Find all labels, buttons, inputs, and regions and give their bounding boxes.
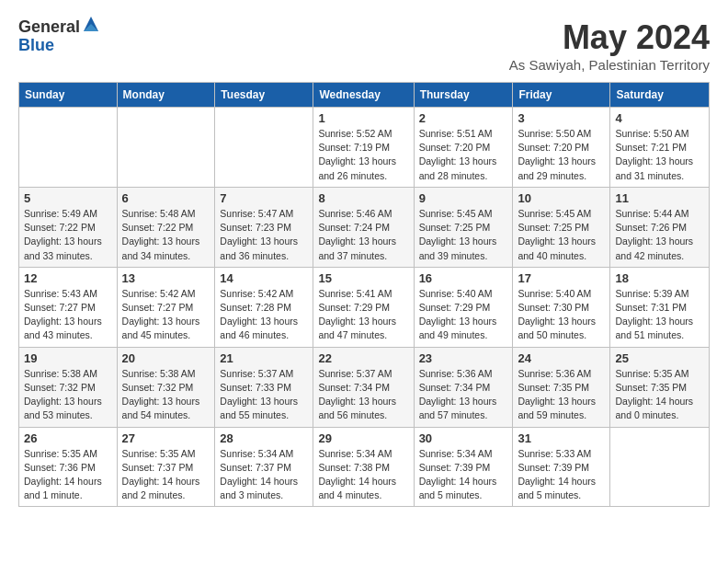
weekday-tuesday: Tuesday xyxy=(215,83,313,108)
day-cell: 16Sunrise: 5:40 AMSunset: 7:29 PMDayligh… xyxy=(414,267,513,347)
day-number: 21 xyxy=(220,351,308,365)
day-number: 24 xyxy=(518,351,605,365)
day-number: 18 xyxy=(615,271,704,285)
day-number: 29 xyxy=(318,431,408,445)
day-info: Sunrise: 5:35 AMSunset: 7:35 PMDaylight:… xyxy=(615,367,704,423)
day-cell: 12Sunrise: 5:43 AMSunset: 7:27 PMDayligh… xyxy=(19,267,118,347)
day-info: Sunrise: 5:45 AMSunset: 7:25 PMDaylight:… xyxy=(518,207,605,263)
day-info: Sunrise: 5:43 AMSunset: 7:27 PMDaylight:… xyxy=(24,287,112,343)
day-number: 30 xyxy=(419,431,508,445)
day-number: 12 xyxy=(24,271,112,285)
day-cell: 28Sunrise: 5:34 AMSunset: 7:37 PMDayligh… xyxy=(215,427,313,507)
day-info: Sunrise: 5:45 AMSunset: 7:25 PMDaylight:… xyxy=(419,207,508,263)
day-number: 26 xyxy=(24,431,112,445)
day-info: Sunrise: 5:37 AMSunset: 7:34 PMDaylight:… xyxy=(318,367,408,423)
day-number: 1 xyxy=(318,111,408,125)
day-info: Sunrise: 5:35 AMSunset: 7:36 PMDaylight:… xyxy=(24,447,112,503)
day-info: Sunrise: 5:35 AMSunset: 7:37 PMDaylight:… xyxy=(122,447,210,503)
weekday-sunday: Sunday xyxy=(19,83,118,108)
day-cell: 2Sunrise: 5:51 AMSunset: 7:20 PMDaylight… xyxy=(414,108,513,188)
day-cell: 8Sunrise: 5:46 AMSunset: 7:24 PMDaylight… xyxy=(313,187,414,267)
day-number: 22 xyxy=(318,351,408,365)
day-info: Sunrise: 5:52 AMSunset: 7:19 PMDaylight:… xyxy=(318,127,408,183)
week-row-4: 19Sunrise: 5:38 AMSunset: 7:32 PMDayligh… xyxy=(19,347,710,427)
day-cell: 26Sunrise: 5:35 AMSunset: 7:36 PMDayligh… xyxy=(19,427,118,507)
day-info: Sunrise: 5:44 AMSunset: 7:26 PMDaylight:… xyxy=(615,207,704,263)
day-cell: 30Sunrise: 5:34 AMSunset: 7:39 PMDayligh… xyxy=(414,427,513,507)
day-cell: 11Sunrise: 5:44 AMSunset: 7:26 PMDayligh… xyxy=(610,187,710,267)
weekday-header-row: SundayMondayTuesdayWednesdayThursdayFrid… xyxy=(19,83,710,108)
location: As Sawiyah, Palestinian Territory xyxy=(509,57,710,73)
weekday-friday: Friday xyxy=(513,83,610,108)
day-cell: 6Sunrise: 5:48 AMSunset: 7:22 PMDaylight… xyxy=(117,187,215,267)
day-cell: 24Sunrise: 5:36 AMSunset: 7:35 PMDayligh… xyxy=(513,347,610,427)
day-cell: 21Sunrise: 5:37 AMSunset: 7:33 PMDayligh… xyxy=(215,347,313,427)
logo-general: General xyxy=(18,18,80,37)
day-info: Sunrise: 5:37 AMSunset: 7:33 PMDaylight:… xyxy=(220,367,308,423)
day-cell xyxy=(215,108,313,188)
week-row-2: 5Sunrise: 5:49 AMSunset: 7:22 PMDaylight… xyxy=(19,187,710,267)
day-number: 7 xyxy=(220,191,308,205)
day-cell: 17Sunrise: 5:40 AMSunset: 7:30 PMDayligh… xyxy=(513,267,610,347)
month-title: May 2024 xyxy=(509,18,710,57)
day-number: 23 xyxy=(419,351,508,365)
day-info: Sunrise: 5:40 AMSunset: 7:30 PMDaylight:… xyxy=(518,287,605,343)
day-cell xyxy=(19,108,118,188)
day-cell: 29Sunrise: 5:34 AMSunset: 7:38 PMDayligh… xyxy=(313,427,414,507)
day-cell: 5Sunrise: 5:49 AMSunset: 7:22 PMDaylight… xyxy=(19,187,118,267)
day-info: Sunrise: 5:34 AMSunset: 7:37 PMDaylight:… xyxy=(220,447,308,503)
day-number: 27 xyxy=(122,431,210,445)
day-info: Sunrise: 5:42 AMSunset: 7:28 PMDaylight:… xyxy=(220,287,308,343)
calendar-table: SundayMondayTuesdayWednesdayThursdayFrid… xyxy=(18,82,710,507)
day-number: 13 xyxy=(122,271,210,285)
day-info: Sunrise: 5:50 AMSunset: 7:20 PMDaylight:… xyxy=(518,127,605,183)
weekday-wednesday: Wednesday xyxy=(313,83,414,108)
week-row-5: 26Sunrise: 5:35 AMSunset: 7:36 PMDayligh… xyxy=(19,427,710,507)
day-cell: 14Sunrise: 5:42 AMSunset: 7:28 PMDayligh… xyxy=(215,267,313,347)
logo-icon xyxy=(82,15,100,33)
day-cell: 20Sunrise: 5:38 AMSunset: 7:32 PMDayligh… xyxy=(117,347,215,427)
day-info: Sunrise: 5:51 AMSunset: 7:20 PMDaylight:… xyxy=(419,127,508,183)
day-number: 20 xyxy=(122,351,210,365)
day-info: Sunrise: 5:34 AMSunset: 7:39 PMDaylight:… xyxy=(419,447,508,503)
day-cell: 23Sunrise: 5:36 AMSunset: 7:34 PMDayligh… xyxy=(414,347,513,427)
week-row-1: 1Sunrise: 5:52 AMSunset: 7:19 PMDaylight… xyxy=(19,108,710,188)
day-number: 11 xyxy=(615,191,704,205)
day-info: Sunrise: 5:50 AMSunset: 7:21 PMDaylight:… xyxy=(615,127,704,183)
day-info: Sunrise: 5:46 AMSunset: 7:24 PMDaylight:… xyxy=(318,207,408,263)
day-info: Sunrise: 5:49 AMSunset: 7:22 PMDaylight:… xyxy=(24,207,112,263)
day-info: Sunrise: 5:42 AMSunset: 7:27 PMDaylight:… xyxy=(122,287,210,343)
day-number: 19 xyxy=(24,351,112,365)
logo: General Blue xyxy=(18,18,100,55)
day-cell: 19Sunrise: 5:38 AMSunset: 7:32 PMDayligh… xyxy=(19,347,118,427)
logo-text: General Blue xyxy=(18,18,100,55)
day-cell: 4Sunrise: 5:50 AMSunset: 7:21 PMDaylight… xyxy=(610,108,710,188)
day-cell: 1Sunrise: 5:52 AMSunset: 7:19 PMDaylight… xyxy=(313,108,414,188)
day-info: Sunrise: 5:33 AMSunset: 7:39 PMDaylight:… xyxy=(518,447,605,503)
day-info: Sunrise: 5:48 AMSunset: 7:22 PMDaylight:… xyxy=(122,207,210,263)
day-info: Sunrise: 5:40 AMSunset: 7:29 PMDaylight:… xyxy=(419,287,508,343)
logo-blue: Blue xyxy=(18,37,100,55)
day-cell: 22Sunrise: 5:37 AMSunset: 7:34 PMDayligh… xyxy=(313,347,414,427)
day-number: 28 xyxy=(220,431,308,445)
day-cell: 25Sunrise: 5:35 AMSunset: 7:35 PMDayligh… xyxy=(610,347,710,427)
day-number: 14 xyxy=(220,271,308,285)
day-info: Sunrise: 5:34 AMSunset: 7:38 PMDaylight:… xyxy=(318,447,408,503)
page-header: General Blue May 2024 As Sawiyah, Palest… xyxy=(18,18,710,73)
calendar-body: 1Sunrise: 5:52 AMSunset: 7:19 PMDaylight… xyxy=(19,108,710,507)
day-number: 17 xyxy=(518,271,605,285)
day-cell: 31Sunrise: 5:33 AMSunset: 7:39 PMDayligh… xyxy=(513,427,610,507)
day-cell: 9Sunrise: 5:45 AMSunset: 7:25 PMDaylight… xyxy=(414,187,513,267)
day-number: 31 xyxy=(518,431,605,445)
day-number: 5 xyxy=(24,191,112,205)
day-cell xyxy=(117,108,215,188)
day-cell xyxy=(610,427,710,507)
day-info: Sunrise: 5:41 AMSunset: 7:29 PMDaylight:… xyxy=(318,287,408,343)
day-info: Sunrise: 5:36 AMSunset: 7:34 PMDaylight:… xyxy=(419,367,508,423)
day-cell: 7Sunrise: 5:47 AMSunset: 7:23 PMDaylight… xyxy=(215,187,313,267)
day-info: Sunrise: 5:47 AMSunset: 7:23 PMDaylight:… xyxy=(220,207,308,263)
day-number: 8 xyxy=(318,191,408,205)
day-number: 6 xyxy=(122,191,210,205)
day-cell: 18Sunrise: 5:39 AMSunset: 7:31 PMDayligh… xyxy=(610,267,710,347)
title-area: May 2024 As Sawiyah, Palestinian Territo… xyxy=(509,18,710,73)
